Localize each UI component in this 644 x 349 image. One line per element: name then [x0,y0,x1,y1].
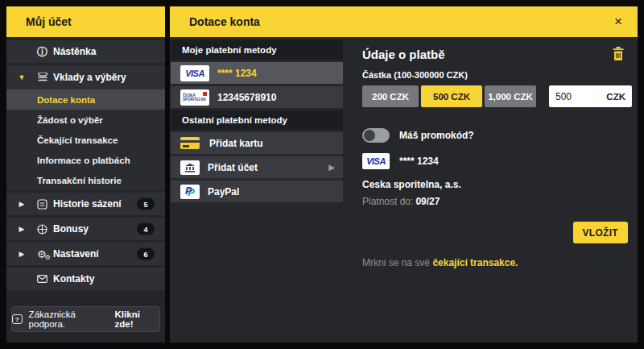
support-text: Zákaznická podpora. [29,310,112,329]
paypal-button[interactable]: P P PayPal [171,181,343,202]
envelope-icon [37,275,53,283]
sidebar-title-label: Můj účet [26,15,72,28]
panel-header: Dotace konta × [170,6,638,37]
sidebar-block-kontakty: Kontakty [6,268,165,290]
sidebar-item-label: Bonusy [53,223,89,235]
preset-500-button[interactable]: 500 CZK [421,85,482,107]
amount-presets: 200 CZK 500 CZK 1,000 CZK CZK [362,85,638,107]
details-title: Údaje o platbě [362,48,445,61]
ceska-sporitelna-logo: ČESKÁSPOŘITELNA [180,89,209,106]
sidebar-nav: ⓘ Nástěnka ▼ Vklady a výběry Dotace kont… [6,37,165,290]
preset-200-button[interactable]: 200 CZK [362,85,419,107]
deposit-panel: Dotace konta × Moje platební metody VISA… [170,6,638,343]
sidebar-item-bonusy[interactable]: ▶ Bonusy 4 [6,218,165,240]
sidebar-item-informace-o-platbach[interactable]: Informace o platbách [6,150,165,170]
chevron-right-icon: ▶ [328,163,335,172]
bank-icon [180,160,200,175]
trash-icon[interactable] [612,47,625,61]
nastaveni-badge: 6 [137,248,155,260]
cs-red-mark [203,92,207,96]
amount-input-box: CZK [549,85,632,107]
sidebar-title: Můj účet [6,6,165,37]
promo-toggle[interactable] [362,128,390,143]
pending-transactions-note: Mrkni se na své čekající transakce. [362,257,638,268]
sidebar-item-label: Historie sázení [53,198,122,210]
method-label: Přidat účet [208,162,258,173]
chat-question-icon: ? [12,314,23,324]
add-card-button[interactable]: Přidat kartu [171,132,343,154]
validity-value: 09/27 [415,196,440,207]
currency-suffix: CZK [606,92,625,102]
other-methods-header: Ostatní platební metody [171,110,343,130]
method-label: **** 1234 [217,68,257,79]
method-visa-card[interactable]: VISA **** 1234 [171,62,343,84]
promo-row: Máš promokód? [362,128,638,143]
gift-icon [37,224,53,235]
promo-label: Máš promokód? [399,130,474,141]
sidebar-item-label: Kontakty [53,273,94,285]
gear-icon: ⚙⚙ [37,249,53,260]
sidebar-group-vklady: ▼ Vklady a výběry Dotace konta Žádost o … [6,65,165,190]
bonusy-badge: 4 [137,223,155,235]
sidebar-item-label: Nastavení [53,248,99,260]
account-sidebar: Můj účet ⓘ Nástěnka ▼ Vklady a výběry [6,6,165,343]
sidebar-block-historie: ▶ Historie sázení 5 [6,193,165,215]
card-number: **** 1234 [399,156,439,167]
sidebar-item-label: Vklady a výběry [53,72,126,83]
validity-row: Platnost do:09/27 [362,196,638,207]
visa-logo: VISA [362,153,390,169]
selected-card-summary: VISA **** 1234 [362,153,638,169]
validity-label: Platnost do: [362,196,413,207]
add-account-button[interactable]: Přidat účet ▶ [171,156,343,178]
sidebar-item-nastaveni[interactable]: ▶ ⚙⚙ Nastavení 6 [6,243,165,265]
payment-details: Údaje o platbě Částka (100-300000 CZK) 2… [343,37,638,343]
close-icon[interactable]: × [609,12,627,31]
info-icon: ⓘ [37,47,53,57]
chevron-right-icon[interactable]: ▶ [6,225,37,233]
app-window: Můj účet ⓘ Nástěnka ▼ Vklady a výběry [0,0,644,349]
method-label: PayPal [208,186,239,197]
chevron-down-icon[interactable]: ▼ [6,73,37,81]
sidebar-block-nastenka: ⓘ Nástěnka [6,40,165,63]
preset-1000-button[interactable]: 1,000 CZK [485,85,536,107]
customer-support-button[interactable]: ? Zákaznická podpora. Klikni zde! [11,306,160,332]
method-label: Přidat kartu [209,138,263,149]
sidebar-item-dotace-konta[interactable]: Dotace konta [6,89,165,110]
sidebar-item-label: Nástěnka [53,46,96,57]
submit-deposit-button[interactable]: VLOŽIT [573,222,628,243]
amount-input[interactable] [555,91,602,102]
bank-name: Ceska sporitelna, a.s. [362,179,638,190]
sidebar-item-historie-sazeni[interactable]: ▶ Historie sázení 5 [6,193,165,215]
bet-history-icon [37,199,53,210]
coins-icon [37,73,53,82]
payment-methods-list: Moje platební metody VISA **** 1234 ČESK… [171,40,343,205]
sidebar-block-nastaveni: ▶ ⚙⚙ Nastavení 6 [6,243,165,265]
historie-badge: 5 [137,198,155,210]
method-label: 12345678910 [217,92,276,103]
method-bank-account[interactable]: ČESKÁSPOŘITELNA 12345678910 [171,86,343,108]
paypal-icon: P P [180,185,200,199]
pending-transactions-link[interactable]: čekající transakce. [432,257,518,268]
sidebar-item-kontakty[interactable]: Kontakty [6,268,165,290]
sidebar-item-vklady[interactable]: ▼ Vklady a výběry [6,65,165,89]
support-link[interactable]: Klikni zde! [115,310,159,329]
my-methods-header: Moje platební metody [171,40,343,60]
credit-card-icon [180,137,200,149]
chevron-right-icon[interactable]: ▶ [6,200,37,208]
panel-title: Dotace konta [189,15,260,28]
sidebar-item-cekajici-transakce[interactable]: Čekající transakce [6,130,165,150]
visa-logo: VISA [180,65,209,81]
sidebar-item-nastenka[interactable]: ⓘ Nástěnka [6,40,165,63]
sidebar-item-transakcni-historie[interactable]: Transakční historie [6,170,165,190]
chevron-right-icon[interactable]: ▶ [6,250,37,258]
sidebar-block-bonusy: ▶ Bonusy 4 [6,218,165,240]
amount-label: Částka (100-300000 CZK) [362,70,638,80]
sidebar-item-zadost-o-vyber[interactable]: Žádost o výběr [6,110,165,130]
